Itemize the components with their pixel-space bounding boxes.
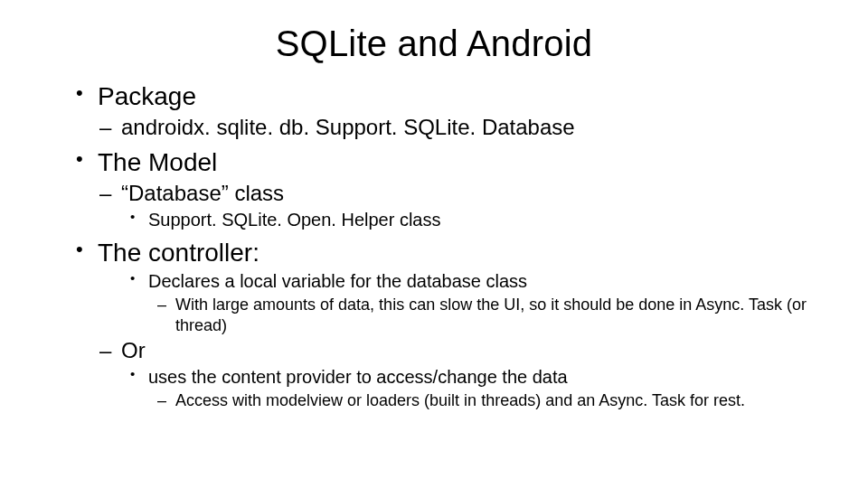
bullet-controller-provider: uses the content provider to access/chan…: [128, 366, 832, 389]
bullet-model-sub: “Database” class: [99, 180, 832, 207]
bullet-controller-access: Access with modelview or loaders (built …: [157, 390, 832, 411]
bullet-controller-or: Or: [99, 337, 832, 364]
slide-title: SQLite and Android: [0, 0, 868, 75]
bullet-controller-declares: Declares a local variable for the databa…: [128, 270, 832, 293]
bullet-model-sub-sub: Support. SQLite. Open. Helper class: [128, 209, 832, 231]
bullet-controller-async: With large amounts of data, this can slo…: [157, 295, 832, 335]
bullet-package: Package: [72, 80, 832, 112]
bullet-list: Package androidx. sqlite. db. Support. S…: [72, 80, 832, 411]
bullet-model: The Model: [72, 146, 832, 178]
slide-content: Package androidx. sqlite. db. Support. S…: [0, 80, 868, 411]
bullet-controller: The controller:: [72, 237, 832, 268]
bullet-package-sub: androidx. sqlite. db. Support. SQLite. D…: [99, 114, 832, 141]
slide: SQLite and Android Package androidx. sql…: [0, 0, 868, 488]
